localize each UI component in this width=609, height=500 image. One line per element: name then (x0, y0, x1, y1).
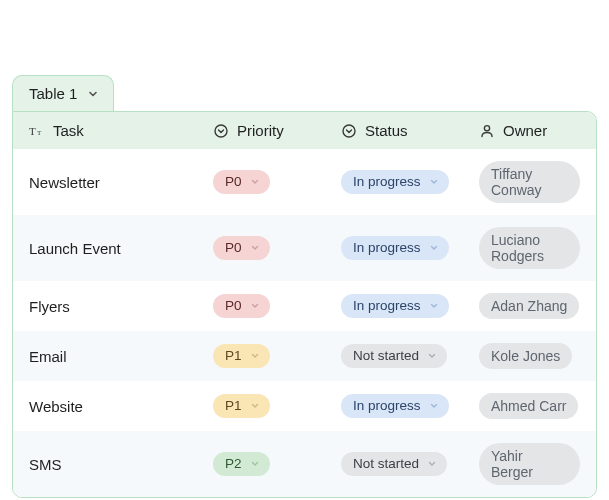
table-row: Email P1 Not started Kole Jones (13, 331, 596, 381)
task-cell: Newsletter (29, 174, 205, 191)
svg-text:T: T (37, 129, 42, 137)
dropdown-circle-icon (213, 123, 229, 139)
caret-down-icon (425, 460, 439, 468)
svg-point-2 (215, 125, 227, 137)
priority-cell: P2 (213, 452, 333, 476)
status-cell: Not started (341, 452, 471, 476)
owner-cell: Ahmed Carr (479, 393, 580, 419)
status-pill[interactable]: Not started (341, 344, 447, 368)
owner-cell: Tiffany Conway (479, 161, 580, 203)
task-name: Newsletter (29, 174, 100, 191)
status-label: In progress (353, 399, 421, 413)
priority-label: P1 (225, 399, 242, 413)
status-pill[interactable]: In progress (341, 394, 449, 418)
task-cell: Flyers (29, 298, 205, 315)
caret-down-icon (427, 244, 441, 252)
table-row: Newsletter P0 In progress Tiffany Conway (13, 149, 596, 215)
owner-name: Tiffany Conway (491, 166, 568, 198)
col-header-priority[interactable]: Priority (213, 122, 333, 139)
person-icon (479, 123, 495, 139)
status-pill[interactable]: In progress (341, 170, 449, 194)
col-header-task[interactable]: TT Task (29, 122, 205, 139)
priority-pill[interactable]: P2 (213, 452, 270, 476)
priority-pill[interactable]: P1 (213, 344, 270, 368)
priority-cell: P0 (213, 294, 333, 318)
col-header-status-label: Status (365, 122, 408, 139)
caret-down-icon (427, 178, 441, 186)
task-name: SMS (29, 456, 62, 473)
status-label: Not started (353, 457, 419, 471)
caret-down-icon (427, 302, 441, 310)
status-cell: In progress (341, 394, 471, 418)
task-cell: Email (29, 348, 205, 365)
status-label: In progress (353, 241, 421, 255)
caret-down-icon (425, 352, 439, 360)
priority-pill[interactable]: P0 (213, 170, 270, 194)
task-cell: SMS (29, 456, 205, 473)
table-header-row: TT Task Priority Status Owner (13, 112, 596, 149)
status-cell: In progress (341, 294, 471, 318)
priority-pill[interactable]: P0 (213, 294, 270, 318)
owner-chip[interactable]: Ahmed Carr (479, 393, 578, 419)
priority-cell: P1 (213, 344, 333, 368)
owner-name: Luciano Rodgers (491, 232, 568, 264)
caret-down-icon (248, 178, 262, 186)
caret-down-icon (248, 244, 262, 252)
caret-down-icon (248, 302, 262, 310)
owner-chip[interactable]: Yahir Berger (479, 443, 580, 485)
status-label: In progress (353, 175, 421, 189)
priority-label: P2 (225, 457, 242, 471)
status-label: Not started (353, 349, 419, 363)
priority-label: P1 (225, 349, 242, 363)
priority-label: P0 (225, 175, 242, 189)
owner-name: Ahmed Carr (491, 398, 566, 414)
col-header-priority-label: Priority (237, 122, 284, 139)
table-row: Launch Event P0 In progress Luciano Rodg… (13, 215, 596, 281)
owner-cell: Yahir Berger (479, 443, 580, 485)
priority-cell: P0 (213, 170, 333, 194)
status-cell: In progress (341, 170, 471, 194)
col-header-owner[interactable]: Owner (479, 122, 580, 139)
col-header-status[interactable]: Status (341, 122, 471, 139)
caret-down-icon (427, 402, 441, 410)
task-name: Website (29, 398, 83, 415)
status-pill[interactable]: In progress (341, 236, 449, 260)
priority-pill[interactable]: P0 (213, 236, 270, 260)
col-header-task-label: Task (53, 122, 84, 139)
owner-cell: Luciano Rodgers (479, 227, 580, 269)
priority-cell: P0 (213, 236, 333, 260)
priority-label: P0 (225, 241, 242, 255)
tab-table1[interactable]: Table 1 (12, 75, 114, 111)
owner-name: Yahir Berger (491, 448, 568, 480)
table-row: SMS P2 Not started Yahir Berger (13, 431, 596, 497)
task-cell: Website (29, 398, 205, 415)
caret-down-icon (248, 460, 262, 468)
task-table: TT Task Priority Status Owner Newsletter (12, 111, 597, 498)
status-cell: Not started (341, 344, 471, 368)
dropdown-circle-icon (341, 123, 357, 139)
owner-chip[interactable]: Luciano Rodgers (479, 227, 580, 269)
chevron-down-icon (87, 88, 99, 100)
owner-chip[interactable]: Adan Zhang (479, 293, 579, 319)
owner-chip[interactable]: Kole Jones (479, 343, 572, 369)
text-format-icon: TT (29, 123, 45, 139)
svg-text:T: T (29, 125, 36, 137)
owner-name: Kole Jones (491, 348, 560, 364)
svg-point-4 (484, 125, 489, 130)
status-pill[interactable]: In progress (341, 294, 449, 318)
owner-cell: Kole Jones (479, 343, 580, 369)
owner-name: Adan Zhang (491, 298, 567, 314)
caret-down-icon (248, 352, 262, 360)
priority-cell: P1 (213, 394, 333, 418)
task-cell: Launch Event (29, 240, 205, 257)
owner-cell: Adan Zhang (479, 293, 580, 319)
table-row: Website P1 In progress Ahmed Carr (13, 381, 596, 431)
tab-label: Table 1 (29, 85, 77, 102)
priority-pill[interactable]: P1 (213, 394, 270, 418)
status-cell: In progress (341, 236, 471, 260)
task-name: Email (29, 348, 67, 365)
svg-point-3 (343, 125, 355, 137)
caret-down-icon (248, 402, 262, 410)
owner-chip[interactable]: Tiffany Conway (479, 161, 580, 203)
status-pill[interactable]: Not started (341, 452, 447, 476)
